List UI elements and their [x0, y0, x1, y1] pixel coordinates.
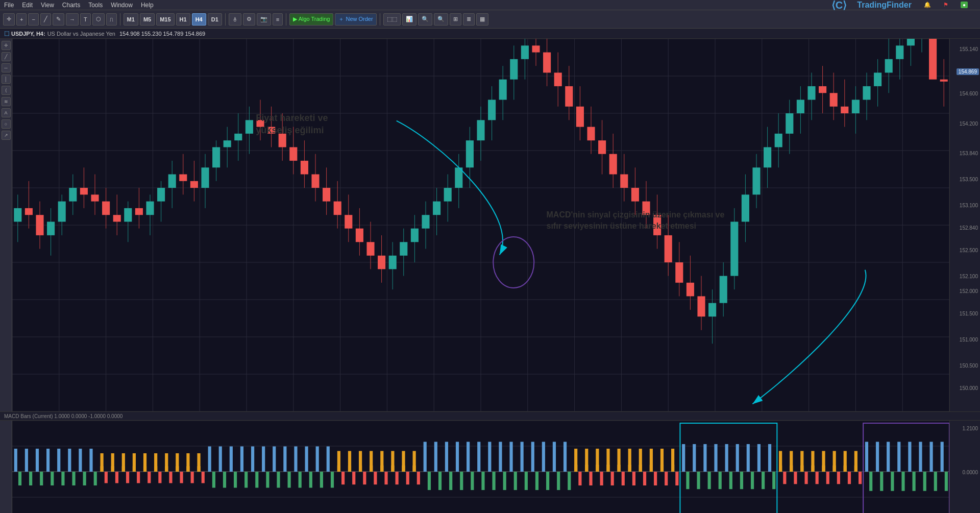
tool-channel[interactable]: ⟨: [2, 86, 11, 95]
logo-text: TradingFinder: [857, 1, 912, 10]
toolbar-shapes[interactable]: ⬡: [92, 13, 105, 26]
tf-m1[interactable]: M1: [124, 13, 138, 26]
price-label-150.000: 150.000: [960, 385, 978, 391]
chart-symbol-icon: ⬚: [4, 30, 9, 37]
price-label-152.100: 152.100: [960, 274, 978, 279]
menu-view[interactable]: View: [41, 2, 54, 9]
toolbar-chart-type[interactable]: 🕯: [229, 13, 241, 26]
toolbar-zoom-fit[interactable]: 🔍: [418, 13, 432, 26]
menubar: File Edit View Charts Tools Window Help …: [0, 0, 980, 10]
toolbar-settings[interactable]: ⚙: [243, 13, 255, 26]
price-label-152.840: 152.840: [960, 225, 978, 231]
macd-info: MACD Bars (Current) 1.0000 0.0000 -1.000…: [0, 411, 980, 421]
price-label-154.869: 154.869: [957, 68, 979, 75]
left-tools: ✛ ╱ ─ │ ⟨ ≋ A ○ ↗: [0, 39, 12, 411]
price-chart[interactable]: Fiyat hareketi veyükseliş eğilimiMACD'ni…: [12, 39, 949, 411]
main-chart-canvas[interactable]: [12, 39, 949, 411]
macd-canvas[interactable]: [12, 421, 949, 513]
connection-status: ●: [961, 2, 968, 8]
toolbar-crosshair[interactable]: ✛: [3, 13, 15, 26]
chart-prices: 154.908 155.230 154.789 154.869: [119, 31, 205, 37]
toolbar-volume[interactable]: ▦: [476, 13, 488, 26]
price-label-155.140: 155.140: [960, 46, 978, 52]
tool-line[interactable]: ╱: [2, 52, 11, 61]
macd-left-space: [0, 421, 12, 513]
chart-info: ⬚ USDJPY, H4: US Dollar vs Japanese Yen …: [0, 29, 980, 39]
menu-tools[interactable]: Tools: [88, 2, 103, 9]
price-axis: 155.140154.869154.600154.200153.840153.5…: [949, 39, 980, 411]
macd-level-mid: 0.0000: [962, 470, 978, 475]
menu-help[interactable]: Help: [141, 2, 154, 9]
toolbar-levels[interactable]: ≣: [463, 13, 475, 26]
toolbar-arrow[interactable]: →: [66, 13, 79, 26]
tool-hline[interactable]: ─: [2, 63, 11, 72]
tf-d1[interactable]: D1: [208, 13, 222, 26]
tool-arrow[interactable]: ↗: [2, 131, 11, 140]
macd-info-text: MACD Bars (Current) 1.0000 0.0000 -1.000…: [4, 413, 122, 419]
menu-window[interactable]: Window: [111, 2, 133, 9]
tool-crosshair[interactable]: ✛: [2, 41, 11, 50]
tool-text[interactable]: A: [2, 108, 11, 117]
price-label-150.500: 150.500: [960, 363, 978, 369]
toolbar-zoom-out2[interactable]: 🔍: [434, 13, 448, 26]
tf-m15[interactable]: M15: [156, 13, 174, 26]
toolbar-indicators[interactable]: ⎍: [106, 13, 117, 26]
price-label-154.600: 154.600: [960, 91, 978, 96]
toolbar-text[interactable]: T: [80, 13, 91, 26]
toolbar-template[interactable]: ≡: [273, 13, 283, 26]
tf-m5[interactable]: M5: [140, 13, 155, 26]
menu-edit[interactable]: Edit: [22, 2, 33, 9]
price-label-152.000: 152.000: [960, 288, 978, 294]
logo-icon: ⟨C⟩: [831, 0, 847, 11]
price-label-153.100: 153.100: [960, 203, 978, 208]
tool-shapes[interactable]: ○: [2, 119, 11, 129]
menu-file[interactable]: File: [4, 2, 14, 9]
price-label-153.500: 153.500: [960, 177, 978, 182]
tool-fibo[interactable]: ≋: [2, 97, 11, 106]
toolbar-grid[interactable]: ⊞: [450, 13, 461, 26]
toolbar-pen[interactable]: ✎: [53, 13, 64, 26]
algo-trading-btn[interactable]: ▶ Algo Trading: [289, 13, 333, 26]
tool-vline[interactable]: │: [2, 75, 11, 84]
price-label-151.500: 151.500: [960, 311, 978, 316]
toolbar-line[interactable]: ╱: [40, 13, 51, 26]
toolbar-chart-panel[interactable]: 📊: [402, 13, 416, 26]
logo-area: ⟨C⟩ TradingFinder 🔔 ⚑ ●: [831, 0, 976, 11]
chart-symbol: USDJPY, H4:: [11, 31, 45, 37]
toolbar: ✛ + − ╱ ✎ → T ⬡ ⎍ M1 M5 M15 H1 H4 D1 🕯 ⚙…: [0, 10, 980, 29]
toolbar-screenshot[interactable]: 📷: [257, 13, 271, 26]
toolbar-trade-panel[interactable]: ⬚⬚: [383, 13, 401, 26]
menu-charts[interactable]: Charts: [62, 2, 80, 9]
macd-axis: 1.2100 0.0000 -1.2100: [949, 421, 980, 513]
alert-icon[interactable]: ⚑: [943, 2, 948, 8]
macd-container: 1.2100 0.0000 -1.2100: [0, 421, 980, 513]
tf-h1[interactable]: H1: [176, 13, 190, 26]
price-label-152.500: 152.500: [960, 248, 978, 253]
chart-container: ✛ ╱ ─ │ ⟨ ≋ A ○ ↗ Fiyat hareketi veyükse…: [0, 39, 980, 411]
toolbar-zoom-in[interactable]: +: [16, 13, 27, 26]
price-label-151.000: 151.000: [960, 337, 978, 343]
macd-chart[interactable]: [12, 421, 949, 513]
new-order-btn[interactable]: ＋ New Order: [335, 13, 376, 26]
macd-level-top: 1.2100: [962, 426, 978, 431]
logo: ⟨C⟩ TradingFinder: [831, 0, 920, 11]
price-label-153.840: 153.840: [960, 151, 978, 156]
notification-icon[interactable]: 🔔: [924, 2, 931, 8]
chart-fullname: US Dollar vs Japanese Yen: [47, 31, 115, 37]
price-label-154.200: 154.200: [960, 121, 978, 127]
tf-h4[interactable]: H4: [192, 13, 206, 26]
toolbar-zoom-out[interactable]: −: [28, 13, 38, 26]
